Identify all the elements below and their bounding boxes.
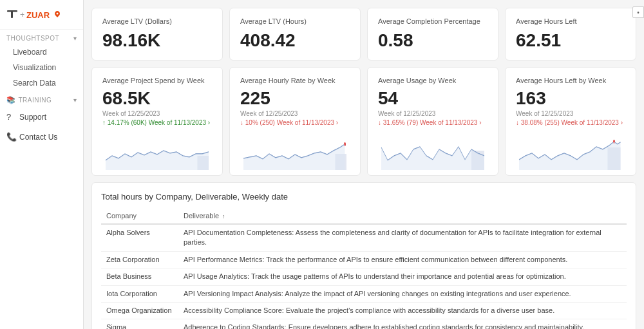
kpi-completion-pct: Average Completion Percentage 0.58: [367, 8, 498, 61]
cell-deliverable: Adherence to Coding Standards: Ensure de…: [178, 319, 627, 329]
cell-company: Sigma: [101, 319, 178, 329]
kpi-ltv-hours-title: Average LTV (Hours): [240, 17, 350, 25]
sidebar-item-support[interactable]: ? Support: [0, 107, 83, 127]
kpi-hours-left-week-chart: [516, 131, 625, 170]
kpi-hours-left-title: Average Hours Left: [516, 17, 625, 25]
kpi-ltv-hours-value: 408.42: [240, 30, 350, 51]
kpi-ltv-dollars-value: 98.16K: [102, 30, 212, 51]
up-arrow-icon: [102, 119, 108, 126]
kpi-usage-value: 54: [378, 88, 488, 109]
cell-deliverable: API Usage Analytics: Track the usage pat…: [178, 268, 627, 285]
kpi-row-2: Average Project Spend by Week 68.5K Week…: [91, 67, 636, 176]
training-caret: ▾: [73, 97, 77, 104]
col-company[interactable]: Company: [101, 208, 178, 224]
kpi-hours-left-week: Average Hours Left by Week 163 Week of 1…: [505, 67, 636, 176]
table-row: Zeta Corporation API Performance Metrics…: [101, 251, 627, 268]
main-content: Average LTV (Dollars) 98.16K Average LTV…: [84, 0, 644, 329]
kpi-project-spend-value: 68.5K: [102, 88, 212, 109]
down-arrow-icon: [240, 119, 245, 126]
cell-company: Iota Corporation: [101, 285, 178, 302]
expand-button[interactable]: •: [632, 6, 644, 18]
thoughtspot-caret: ▾: [73, 35, 77, 42]
kpi-hours-left-week-title: Average Hours Left by Week: [516, 77, 625, 84]
kpi-usage-chart: [378, 131, 488, 170]
col-deliverable[interactable]: Deliverable ↑: [178, 208, 627, 224]
kpi-hours-left-week-value: 163: [516, 88, 625, 109]
kpi-project-spend-date: Week of 12/25/2023: [102, 110, 212, 117]
table-row: Iota Corporation API Versioning Impact A…: [101, 285, 627, 302]
down-arrow-icon-3: [516, 119, 521, 126]
svg-rect-1: [11, 10, 13, 18]
kpi-hourly-rate-value: 225: [240, 88, 350, 109]
kpi-project-spend-chart: [102, 131, 212, 170]
table-row: Beta Business API Usage Analytics: Track…: [101, 268, 627, 285]
zuar-logo: ZUAR: [26, 10, 61, 20]
kpi-project-spend: Average Project Spend by Week 68.5K Week…: [91, 67, 223, 176]
cell-company: Omega Organization: [101, 302, 178, 319]
kpi-usage-date: Week of 12/25/2023: [378, 110, 488, 117]
kpi-usage: Average Usage by Week 54 Week of 12/25/2…: [367, 67, 498, 176]
sidebar-item-visualization[interactable]: Visualization: [0, 60, 83, 75]
table-header: Company Deliverable ↑: [101, 208, 627, 224]
kpi-hourly-rate: Average Hourly Rate by Week 225 Week of …: [229, 67, 361, 176]
plus-sign: +: [20, 10, 24, 19]
table-row: Sigma Adherence to Coding Standards: Ens…: [101, 319, 627, 329]
kpi-ltv-dollars-title: Average LTV (Dollars): [102, 17, 212, 25]
kpi-project-spend-title: Average Project Spend by Week: [102, 77, 212, 84]
kpi-usage-title: Average Usage by Week: [378, 77, 488, 84]
ts-logo: [6, 8, 18, 21]
kpi-hours-left-week-change: 38.08% (255) Week of 11/13/2023 ›: [516, 119, 625, 126]
sidebar-item-liveboard[interactable]: Liveboard: [0, 44, 83, 60]
down-arrow-icon-2: [378, 119, 383, 126]
kpi-completion-pct-title: Average Completion Percentage: [378, 17, 488, 25]
logo-area: + ZUAR: [0, 0, 83, 30]
thoughtspot-section: ThoughtSpot ▾: [0, 30, 83, 44]
cell-company: Beta Business: [101, 268, 178, 285]
kpi-hourly-rate-chart: [240, 131, 350, 170]
kpi-hourly-rate-date: Week of 12/25/2023: [240, 110, 350, 117]
kpi-ltv-hours: Average LTV (Hours) 408.42: [229, 8, 361, 61]
training-section: 📚 Training ▾: [0, 91, 83, 107]
sidebar-item-contact[interactable]: 📞 Contact Us: [0, 127, 83, 147]
kpi-hours-left-value: 62.51: [516, 30, 625, 51]
data-table: Company Deliverable ↑ Alpha Solvers API …: [101, 208, 627, 329]
svg-text:ZUAR: ZUAR: [26, 10, 50, 20]
cell-deliverable: API Performance Metrics: Track the perfo…: [178, 251, 627, 268]
svg-point-3: [57, 12, 59, 14]
cell-deliverable: API Versioning Impact Analysis: Analyze …: [178, 285, 627, 302]
kpi-row-1: Average LTV (Dollars) 98.16K Average LTV…: [91, 8, 636, 61]
support-icon: ?: [6, 112, 15, 122]
table-section: Total hours by Company, Deliverable, Wee…: [91, 182, 636, 329]
kpi-project-spend-change: 14.17% (60K) Week of 11/13/2023 ›: [102, 119, 212, 126]
kpi-usage-change: 31.65% (79) Week of 11/13/2023 ›: [378, 119, 488, 126]
contact-icon: 📞: [6, 132, 15, 142]
sort-asc-icon: ↑: [222, 213, 225, 220]
cell-deliverable: API Documentation Completeness: Assess t…: [178, 224, 627, 251]
cell-company: Alpha Solvers: [101, 224, 178, 251]
sidebar: + ZUAR ThoughtSpot ▾ Liveboard Visualiza…: [0, 0, 84, 329]
table-row: Alpha Solvers API Documentation Complete…: [101, 224, 627, 251]
sidebar-item-search-data[interactable]: Search Data: [0, 75, 83, 91]
table-row: Omega Organization Accessibility Complia…: [101, 302, 627, 319]
kpi-hours-left: Average Hours Left 62.51: [505, 8, 636, 61]
table-body: Alpha Solvers API Documentation Complete…: [101, 224, 627, 329]
kpi-ltv-dollars: Average LTV (Dollars) 98.16K: [91, 8, 223, 61]
table-title: Total hours by Company, Deliverable, Wee…: [101, 192, 627, 202]
kpi-hours-left-week-date: Week of 12/25/2023: [516, 110, 625, 117]
thoughtspot-label: ThoughtSpot: [6, 35, 59, 42]
cell-deliverable: Accessibility Compliance Score: Evaluate…: [178, 302, 627, 319]
training-label: 📚 Training: [6, 96, 52, 104]
kpi-completion-pct-value: 0.58: [378, 30, 488, 51]
kpi-hourly-rate-change: 10% (250) Week of 11/13/2023 ›: [240, 119, 350, 126]
kpi-hourly-rate-title: Average Hourly Rate by Week: [240, 77, 350, 84]
cell-company: Zeta Corporation: [101, 251, 178, 268]
